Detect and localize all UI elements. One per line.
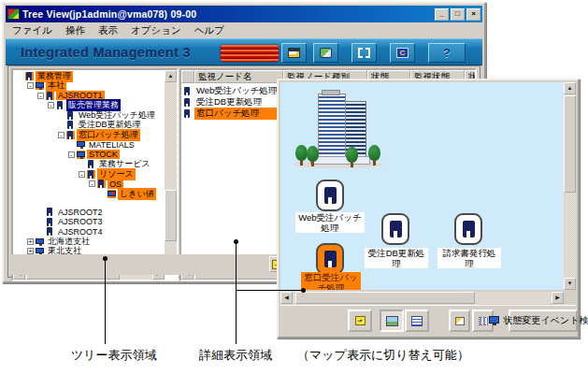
minimize-button[interactable]: _ xyxy=(435,8,449,21)
map-hscroll-thumb[interactable] xyxy=(295,292,475,304)
up-level-icon: ⬏ xyxy=(355,316,366,325)
status-change-event-search-button[interactable]: 状態変更イベント検索 xyxy=(509,309,578,332)
collapse-icon[interactable]: - xyxy=(48,102,54,108)
app-icon xyxy=(7,8,20,20)
map-node-label: Web受注バッチ処理 xyxy=(295,212,365,233)
collapse-icon[interactable]: - xyxy=(79,171,85,178)
monitor-icon xyxy=(36,81,44,90)
building-icon xyxy=(46,92,54,100)
map-node-label: 請求書発行処理 xyxy=(437,248,501,268)
tree-item-業務サービス[interactable]: 業務サービス xyxy=(13,160,165,170)
building-icon xyxy=(25,72,34,80)
node-name-cell: 窓口バッチ処理 xyxy=(194,108,280,120)
map-vscrollbar[interactable]: ▲ ▼ xyxy=(564,82,576,290)
map-node-請求書発行処理[interactable] xyxy=(454,213,482,245)
up-level-button[interactable]: ⬏ xyxy=(348,309,372,332)
collapse-icon[interactable]: - xyxy=(89,180,95,187)
help-button[interactable]: ? xyxy=(428,43,466,63)
building-icon xyxy=(46,218,54,226)
console-button[interactable]: C xyxy=(390,43,415,63)
building-icon xyxy=(56,101,65,109)
arrange-icon xyxy=(455,317,465,325)
building-icon xyxy=(324,251,337,267)
monitor-icon xyxy=(489,316,500,325)
map-area-label: （マップ表示に切り替え可能） xyxy=(297,347,469,364)
tree-graphic xyxy=(307,146,319,166)
map-search-icon xyxy=(320,48,332,58)
menu-item-0[interactable]: ファイル xyxy=(6,23,59,38)
scroll-down-icon[interactable]: ▼ xyxy=(564,278,576,290)
tree-item-業務管理[interactable]: 業務管理 xyxy=(13,71,165,81)
arrange-button[interactable] xyxy=(449,309,470,332)
building-icon xyxy=(46,208,54,216)
tree-item-リソース[interactable]: -リソース xyxy=(13,169,165,180)
alert-icon xyxy=(108,190,116,198)
scroll-up-icon[interactable]: ▲ xyxy=(564,82,576,94)
building-icon xyxy=(183,87,192,95)
map-display-area[interactable]: Web受注バッチ処理受注DB更新処理請求書発行処理窓口受注バッチ処理 xyxy=(280,82,564,290)
building-icon xyxy=(66,131,75,139)
tree-item-AJSROOT3[interactable]: AJSROOT3 xyxy=(13,217,165,227)
tree-item-しきい値[interactable]: しきい値 xyxy=(13,189,165,199)
column-header-1[interactable]: 監視ノード名 xyxy=(194,70,283,83)
close-button[interactable]: × xyxy=(466,8,480,21)
list-view-icon xyxy=(411,316,423,326)
building-icon xyxy=(66,111,75,120)
collapse-icon[interactable]: - xyxy=(27,82,34,89)
map-toolbar: ⬏ 状態変更イベント検索 xyxy=(280,305,576,335)
collapse-icon[interactable]: - xyxy=(37,93,44,99)
maximize-button[interactable]: □ xyxy=(451,8,465,21)
grid-icon xyxy=(479,317,488,325)
tree-item-本社[interactable]: -本社 xyxy=(13,81,165,92)
map-hscrollbar[interactable]: ◀ ▶ xyxy=(280,292,564,304)
map-search-button[interactable] xyxy=(313,43,338,63)
map-callout-dot xyxy=(301,288,306,293)
menu-item-1[interactable]: 操作 xyxy=(59,23,92,38)
frame-select-button[interactable] xyxy=(351,43,377,63)
map-node-Web受注バッチ処理[interactable] xyxy=(316,180,344,211)
menu-item-3[interactable]: オプション xyxy=(124,23,188,38)
column-header-0[interactable] xyxy=(181,70,194,83)
tree-vscrollbar[interactable]: ▲ ▼ xyxy=(165,70,177,267)
tree-item-MATELIALS[interactable]: MATELIALS xyxy=(13,140,165,151)
tree-item-AJSROOT2[interactable]: AJSROOT2 xyxy=(13,208,165,218)
scroll-left-icon[interactable]: ◀ xyxy=(280,292,293,304)
map-view-toggle[interactable] xyxy=(380,309,404,332)
menu-item-2[interactable]: 表示 xyxy=(92,23,124,38)
map-node-label: 受注DB更新処理 xyxy=(365,248,428,268)
tree-item-窓口バッチ処理[interactable]: -窓口バッチ処理 xyxy=(13,130,165,140)
building-icon xyxy=(66,121,75,129)
tree-item-label: MATELIALS xyxy=(87,140,136,150)
new-window-button[interactable] xyxy=(281,43,307,63)
list-view-toggle[interactable] xyxy=(405,309,429,332)
map-vscroll-thumb[interactable] xyxy=(564,95,576,193)
scroll-up-icon[interactable]: ▲ xyxy=(165,70,177,82)
detail-area-label: 詳細表示領域 xyxy=(199,347,272,364)
help-icon: ? xyxy=(443,46,451,60)
expand-icon[interactable]: + xyxy=(27,238,34,245)
detail-callout-line xyxy=(236,241,237,344)
tree-graphic xyxy=(368,145,380,165)
building-icon xyxy=(87,170,95,179)
tree-area-label: ツリー表示領域 xyxy=(71,347,157,364)
collapse-icon[interactable]: - xyxy=(58,132,65,138)
tree-display-area[interactable]: 業務管理-本社-AJSROOT1-販売管理業務Web受注バッチ処理受注DB更新処… xyxy=(11,68,179,281)
search-button-label: 状態変更イベント検索 xyxy=(504,314,588,327)
building-illustration xyxy=(294,90,383,168)
map-node-受注DB更新処理[interactable] xyxy=(381,213,409,245)
tree-item-北海道支社[interactable]: +北海道支社 xyxy=(13,237,165,247)
building-icon xyxy=(463,221,475,237)
tree-item-label: AJSROOT3 xyxy=(56,217,105,226)
building-icon xyxy=(183,109,192,118)
map-view-window: Web受注バッチ処理受注DB更新処理請求書発行処理窓口受注バッチ処理 ▲ ▼ ◀… xyxy=(277,79,580,338)
monitor-icon xyxy=(77,151,85,159)
tree-vscroll-thumb[interactable] xyxy=(165,190,177,241)
banner: Integrated Management 3 C ? xyxy=(6,38,482,65)
scroll-right-icon[interactable]: ▶ xyxy=(552,292,564,304)
collapse-icon[interactable]: - xyxy=(68,151,75,158)
menu-bar: ファイル操作表示オプションヘルプ xyxy=(6,23,482,38)
menu-item-4[interactable]: ヘルプ xyxy=(188,23,231,38)
banner-title: Integrated Management 3 xyxy=(21,45,191,60)
map-node-窓口受注バッチ処理[interactable] xyxy=(316,243,344,275)
title-bar[interactable]: Tree View(jp1admin@vma078) 09-00 _ □ × xyxy=(6,6,482,22)
